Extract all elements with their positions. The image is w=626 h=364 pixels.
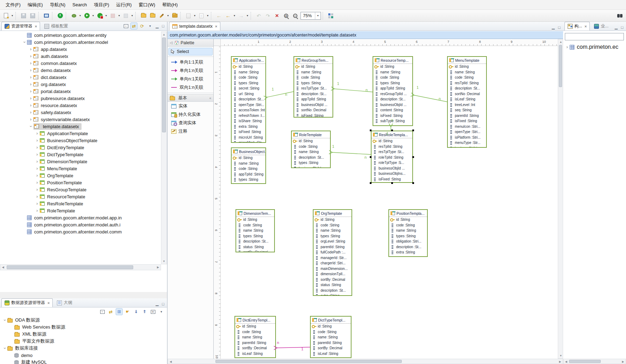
close-icon[interactable]: ×	[585, 24, 587, 28]
view-menu-icon[interactable]: ▼	[147, 22, 154, 29]
chevron-right-icon[interactable]: ›	[28, 103, 33, 108]
palette-tool-单向n:1关联[interactable]: 单向n:1关联	[168, 75, 213, 83]
entity-field[interactable]: accessToken :Int	[232, 107, 265, 113]
entity-field[interactable]: parentId :String	[311, 340, 351, 346]
chevron-down-icon[interactable]: ▼	[246, 12, 249, 20]
entity-field[interactable]: parentId :String	[314, 244, 351, 250]
tab-构-[interactable]: 构...×	[564, 22, 590, 31]
undo-icon[interactable]: ↶	[254, 12, 263, 20]
palette-item-注释[interactable]: 注释	[168, 127, 213, 135]
entity-field[interactable]: mainDimension...	[314, 266, 351, 272]
tree-item[interactable]: ›RoleTemplate	[0, 207, 160, 214]
tree-item[interactable]: ›数据库连接	[0, 345, 167, 352]
entity-field[interactable]: content :String	[373, 107, 412, 113]
chevron-down-icon[interactable]: ›	[2, 346, 7, 351]
entity-header[interactable]: DimensionTem...	[236, 210, 274, 217]
chevron-down-icon[interactable]: ▼	[233, 12, 236, 20]
view-menu-icon[interactable]: ▼	[158, 308, 165, 315]
link-editor-icon[interactable]: ⇄	[107, 308, 114, 315]
entity-field[interactable]: id :String	[232, 155, 265, 161]
entity-field[interactable]: sortNo :Decimal	[294, 107, 333, 113]
tree-item[interactable]: com.primeton.gocom.afcenter.model.comm	[0, 228, 160, 235]
entity-field[interactable]: code :String	[448, 75, 486, 80]
entity-field[interactable]: types :String	[314, 233, 351, 239]
menu-item[interactable]: 项目(P)	[90, 0, 112, 9]
scroll-down-icon[interactable]: ▼	[161, 259, 167, 264]
entity-header[interactable]: DictTypeTempl...	[311, 317, 351, 324]
chevron-right-icon[interactable]: ›	[34, 173, 40, 178]
entity-field[interactable]: isLeaf :String	[448, 97, 486, 102]
chevron-right-icon[interactable]: ›	[28, 47, 33, 52]
save-all-icon[interactable]	[28, 12, 37, 20]
entity-field[interactable]: resGroupTplId ...	[373, 91, 412, 97]
forward-icon[interactable]: →	[237, 12, 245, 20]
palette-item-实体[interactable]: 实体	[168, 102, 213, 110]
entity-header[interactable]: MenuTemplate	[448, 57, 486, 64]
entity-field[interactable]: types :String	[294, 80, 333, 86]
entity-ResourceTemp[interactable]: ResourceTemp...id :Stringname :Stringcod…	[373, 56, 413, 126]
editor-tab-template-datasetx[interactable]: template.datasetx ×	[169, 22, 220, 31]
entity-field[interactable]: code :String	[389, 223, 427, 228]
entity-field[interactable]: name :String	[236, 228, 274, 233]
entity-field[interactable]: types :String	[232, 177, 265, 183]
deploy-pen-icon[interactable]	[157, 12, 166, 20]
close-icon[interactable]: ×	[47, 301, 50, 305]
tree-item[interactable]: ›systemvariable.datasetx	[0, 116, 160, 123]
chevron-right-icon[interactable]: ›	[28, 117, 33, 122]
entity-field[interactable]: parentId :String	[448, 113, 486, 119]
chevron-down-icon[interactable]: ›	[22, 40, 27, 45]
tree-item[interactable]: ›ApplicationTemplate	[0, 130, 160, 137]
tab-业-[interactable]: 业...	[591, 22, 611, 31]
relation-line[interactable]	[267, 92, 293, 97]
chevron-down-icon[interactable]: ▼	[193, 12, 196, 20]
selection-handle[interactable]	[370, 156, 372, 158]
upload-icon[interactable]	[197, 12, 206, 20]
chevron-right-icon[interactable]: ›	[564, 45, 570, 49]
tree-item[interactable]: ›demo.datasetx	[0, 67, 160, 74]
task-list-icon[interactable]	[184, 12, 193, 20]
entity-field[interactable]: refreshToken :I...	[232, 113, 265, 119]
chevron-right-icon[interactable]: ›	[28, 54, 33, 59]
entity-field[interactable]: name :String	[232, 161, 265, 166]
entity-header[interactable]: ResourceTemp...	[373, 57, 412, 64]
palette-select-tool[interactable]: Select	[168, 48, 213, 55]
tree-item[interactable]: ›MenuTemplate	[0, 165, 160, 172]
entity-header[interactable]: RoleTemplate	[292, 131, 330, 138]
file-icon[interactable]: ≡	[149, 308, 156, 315]
entity-field[interactable]: name :String	[311, 335, 351, 340]
entity-field[interactable]: code :String	[235, 329, 275, 335]
entity-field[interactable]: id :String	[372, 138, 412, 144]
chevron-down-icon[interactable]: ▼	[117, 12, 121, 20]
tree-item[interactable]: ›BusinessObjectTemplate	[0, 137, 160, 144]
save-icon[interactable]	[19, 12, 28, 20]
menu-item[interactable]: Search	[69, 1, 90, 9]
entity-DimensionTem[interactable]: DimensionTem...id :Stringcode :Stringnam…	[235, 209, 275, 252]
entity-header[interactable]: BusinessObject...	[232, 148, 265, 155]
chevron-right-icon[interactable]: ›	[28, 110, 33, 115]
entity-field[interactable]: code :String	[294, 75, 333, 80]
entity-header[interactable]: PositionTempla...	[389, 210, 427, 217]
selection-handle[interactable]	[370, 130, 372, 131]
palette-tool-双向1:n关联[interactable]: 双向1:n关联	[168, 83, 213, 92]
chevron-down-icon[interactable]: ▼	[91, 12, 95, 20]
delete-icon[interactable]: ×	[273, 12, 281, 20]
entity-field[interactable]: businessObjId	[448, 146, 486, 148]
tree-item[interactable]: ›PositionTemplate	[0, 179, 160, 186]
entity-field[interactable]: id :String	[232, 64, 265, 70]
entity-field[interactable]: parentId :String	[235, 340, 275, 346]
editor-horizontal-scrollbar[interactable]: ◀ ▶	[168, 359, 563, 364]
tree-item[interactable]: ›resource.datasetx	[0, 102, 160, 109]
entity-field[interactable]: id :String	[311, 324, 351, 329]
chevron-right-icon[interactable]: ›	[34, 152, 40, 157]
entity-BusinessObject[interactable]: BusinessObject...id :Stringname :Stringc…	[231, 147, 266, 184]
tree-item[interactable]: ›common.datasetx	[0, 60, 160, 67]
open-folder-icon[interactable]	[139, 12, 148, 20]
relation-line[interactable]	[334, 89, 373, 92]
entity-field[interactable]: isShare :String	[232, 118, 265, 124]
entity-field[interactable]: id :String	[389, 217, 427, 223]
menu-item[interactable]: 窗口(W)	[135, 0, 159, 9]
entity-field[interactable]: obligation :Stri...	[389, 239, 427, 244]
menu-item[interactable]: 编辑(E)	[24, 0, 46, 9]
entity-field[interactable]: isFixed :String	[294, 113, 333, 118]
pin-icon[interactable]: «	[209, 96, 211, 100]
